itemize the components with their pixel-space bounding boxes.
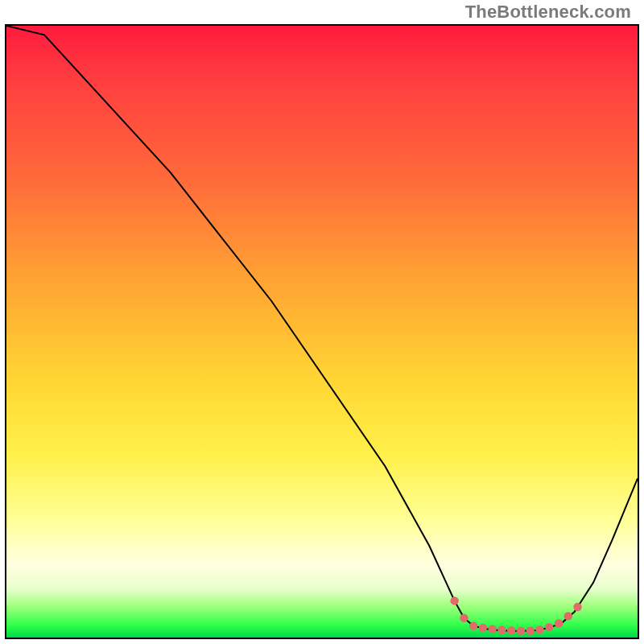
heatmap-gradient xyxy=(6,26,638,638)
plot-area xyxy=(5,24,639,639)
attribution-label: TheBottleneck.com xyxy=(465,2,631,23)
bottleneck-chart: TheBottleneck.com xyxy=(0,0,644,644)
